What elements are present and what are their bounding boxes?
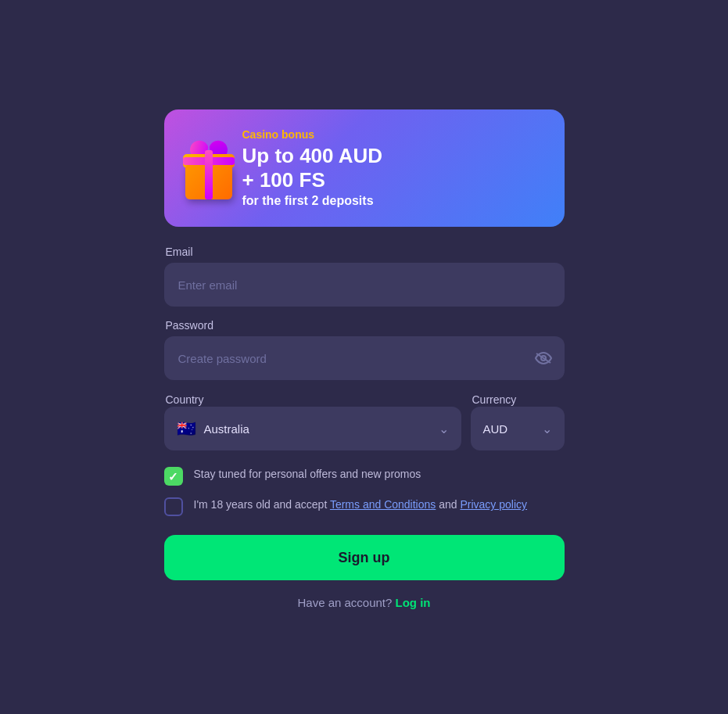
promo-label: Stay tuned for personal offers and new p… [194, 466, 421, 483]
password-input[interactable] [164, 336, 565, 380]
country-select[interactable]: 🇦🇺 Australia ⌄ [164, 407, 461, 450]
country-value: Australia [204, 422, 249, 436]
toggle-password-icon[interactable] [535, 352, 552, 364]
password-field-group: Password [164, 319, 565, 380]
currency-select[interactable]: AUD ⌄ [471, 407, 565, 450]
privacy-policy-link[interactable]: Privacy policy [460, 498, 527, 511]
country-currency-row: Country 🇦🇺 Australia ⌄ Currency AUD ⌄ [164, 393, 565, 450]
email-input-wrapper [164, 263, 565, 307]
terms-conditions-link[interactable]: Terms and Conditions [330, 498, 436, 511]
bonus-main-line2: + 100 FS [242, 168, 543, 192]
have-account-text: Have an account? [297, 596, 392, 609]
email-input[interactable] [164, 263, 565, 307]
bonus-tag: Casino bonus [242, 128, 543, 141]
promo-checkbox[interactable]: ✓ [164, 467, 183, 486]
terms-text-middle: and [436, 498, 460, 511]
password-input-wrapper [164, 336, 565, 380]
email-label: Email [164, 246, 565, 258]
signup-button[interactable]: Sign up [164, 535, 565, 580]
registration-form: Casino bonus Up to 400 AUD + 100 FS for … [164, 109, 565, 609]
terms-checkbox-row: I'm 18 years old and accept Terms and Co… [164, 497, 565, 516]
email-field-group: Email [164, 246, 565, 307]
login-row: Have an account? Log in [164, 596, 565, 609]
currency-field-group: Currency AUD ⌄ [471, 393, 565, 450]
australia-flag-icon: 🇦🇺 [177, 421, 196, 436]
currency-label: Currency [471, 393, 517, 406]
bonus-description: for the first 2 deposits [242, 194, 543, 208]
bonus-main-line1: Up to 400 AUD [242, 144, 543, 168]
currency-select-wrapper: AUD ⌄ [471, 407, 565, 450]
country-field-group: Country 🇦🇺 Australia ⌄ [164, 393, 461, 450]
login-link[interactable]: Log in [396, 596, 431, 609]
country-label: Country [164, 393, 204, 406]
gift-icon [178, 133, 239, 203]
terms-label: I'm 18 years old and accept Terms and Co… [194, 497, 528, 513]
checkbox-group: ✓ Stay tuned for personal offers and new… [164, 466, 565, 516]
bonus-banner: Casino bonus Up to 400 AUD + 100 FS for … [164, 109, 565, 227]
terms-checkbox[interactable] [164, 497, 183, 516]
password-label: Password [164, 319, 565, 332]
terms-text-before: I'm 18 years old and accept [194, 498, 330, 511]
currency-value: AUD [483, 422, 508, 436]
currency-chevron-icon: ⌄ [542, 422, 552, 436]
checkmark-icon: ✓ [168, 471, 178, 483]
promo-checkbox-row: ✓ Stay tuned for personal offers and new… [164, 466, 565, 486]
country-select-wrapper: 🇦🇺 Australia ⌄ [164, 407, 461, 450]
country-chevron-icon: ⌄ [439, 422, 449, 436]
